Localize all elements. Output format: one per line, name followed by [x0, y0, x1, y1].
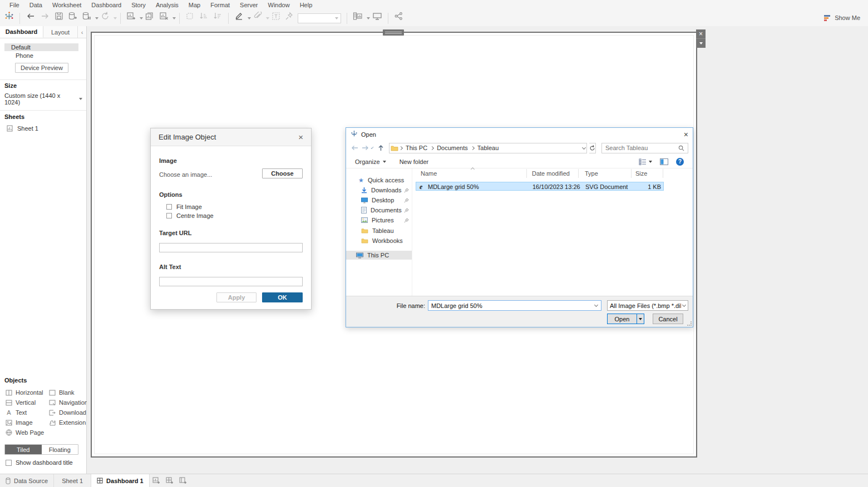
- clear-sheet-caret[interactable]: [172, 17, 176, 19]
- breadcrumb-chevron[interactable]: [471, 146, 475, 150]
- menu-analysis[interactable]: Analysis: [151, 2, 184, 8]
- sheet1-tab[interactable]: Sheet 1: [54, 474, 91, 487]
- column-type[interactable]: Type: [585, 170, 598, 177]
- tab-layout[interactable]: Layout: [43, 26, 78, 38]
- new-data-source-button[interactable]: [66, 12, 79, 25]
- object-navigation[interactable]: Navigation: [49, 399, 88, 406]
- organize-button[interactable]: Organize: [355, 158, 386, 165]
- run-update-caret[interactable]: [114, 17, 117, 19]
- nav-pictures[interactable]: Pictures: [346, 216, 412, 225]
- new-worksheet-caret[interactable]: [140, 17, 143, 19]
- new-worksheet-button[interactable]: [125, 12, 137, 25]
- nav-this-pc[interactable]: This PC: [346, 251, 412, 260]
- menu-format[interactable]: Format: [205, 2, 235, 8]
- device-preview-button[interactable]: Device Preview: [15, 63, 68, 73]
- up-icon[interactable]: [377, 145, 384, 152]
- menu-data[interactable]: Data: [24, 2, 47, 8]
- open-button[interactable]: Open: [607, 314, 637, 324]
- change-view-button[interactable]: [639, 158, 652, 165]
- menu-file[interactable]: File: [4, 2, 24, 8]
- show-mark-labels-button[interactable]: [270, 12, 282, 25]
- tab-dashboard[interactable]: Dashboard: [0, 26, 43, 38]
- sort-descending-button[interactable]: [211, 12, 224, 25]
- new-folder-button[interactable]: New folder: [400, 158, 429, 165]
- show-me-button[interactable]: Show Me: [824, 12, 860, 23]
- file-row-selected[interactable]: e MDLarge grid 50% 16/10/2023 13:26 SVG …: [416, 182, 664, 191]
- alt-text-input[interactable]: [159, 277, 303, 286]
- new-dashboard-tab-button[interactable]: [163, 474, 176, 487]
- nav-desktop[interactable]: Desktop: [346, 196, 412, 205]
- presentation-mode-button[interactable]: [371, 12, 384, 25]
- address-dropdown-caret[interactable]: [582, 145, 586, 149]
- menu-server[interactable]: Server: [235, 2, 263, 8]
- preview-pane-icon[interactable]: [660, 158, 668, 165]
- menu-help[interactable]: Help: [295, 2, 318, 8]
- breadcrumb-tableau[interactable]: Tableau: [475, 145, 501, 151]
- fit-image-checkbox[interactable]: [166, 204, 172, 210]
- object-drag-handle[interactable]: [383, 29, 404, 36]
- address-breadcrumb[interactable]: This PC Documents Tableau: [389, 143, 587, 153]
- pause-auto-updates-button[interactable]: [80, 12, 93, 25]
- centre-image-checkbox[interactable]: [166, 213, 172, 218]
- file-type-dropdown[interactable]: All Image Files (*.bmp *.dib *.e: [607, 300, 688, 311]
- breadcrumb-documents[interactable]: Documents: [435, 145, 470, 151]
- show-cards-button[interactable]: [351, 12, 364, 25]
- menu-map[interactable]: Map: [184, 2, 205, 8]
- nav-documents[interactable]: Documents: [346, 206, 412, 215]
- object-text[interactable]: A Text: [6, 409, 27, 416]
- size-dropdown[interactable]: Custom size (1440 x 1024): [4, 92, 82, 106]
- pause-auto-updates-caret[interactable]: [95, 17, 98, 19]
- close-icon[interactable]: ×: [684, 130, 688, 139]
- object-extension[interactable]: Extension: [49, 419, 86, 426]
- menu-worksheet[interactable]: Worksheet: [47, 2, 86, 8]
- floating-button[interactable]: Floating: [42, 445, 78, 454]
- device-phone-item[interactable]: Phone: [4, 52, 78, 59]
- new-worksheet-tab-button[interactable]: [150, 474, 163, 487]
- duplicate-sheet-button[interactable]: [144, 12, 156, 25]
- nav-tableau-folder[interactable]: Tableau: [346, 226, 412, 235]
- breadcrumb-this-pc[interactable]: This PC: [403, 145, 430, 151]
- dashboard1-tab[interactable]: Dashboard 1: [91, 474, 150, 487]
- device-default-item[interactable]: Default: [4, 43, 78, 51]
- file-name-input[interactable]: [428, 302, 595, 309]
- column-date-modified[interactable]: Date modified: [532, 170, 570, 177]
- nav-downloads[interactable]: Downloads: [346, 186, 412, 195]
- highlight-button[interactable]: [233, 12, 245, 25]
- object-image[interactable]: Image: [6, 419, 33, 426]
- forward-icon[interactable]: [361, 145, 369, 151]
- column-size[interactable]: Size: [635, 170, 647, 177]
- clear-sheet-button[interactable]: [157, 12, 170, 25]
- object-blank[interactable]: Blank: [49, 389, 75, 396]
- data-source-tab[interactable]: Data Source: [0, 474, 54, 487]
- open-split-caret[interactable]: [637, 314, 644, 324]
- resize-grip[interactable]: [687, 321, 692, 326]
- choose-button[interactable]: Choose: [262, 168, 303, 178]
- object-vertical[interactable]: Vertical: [6, 399, 36, 406]
- object-remove-button[interactable]: ×: [696, 29, 706, 39]
- ok-button[interactable]: OK: [262, 292, 303, 302]
- file-name-combobox[interactable]: [428, 300, 601, 311]
- file-name-caret[interactable]: [594, 303, 598, 307]
- tiled-button[interactable]: Tiled: [5, 445, 42, 454]
- back-icon[interactable]: [351, 145, 359, 151]
- menu-window[interactable]: Window: [263, 2, 295, 8]
- highlight-caret[interactable]: [248, 17, 251, 19]
- undo-button[interactable]: [24, 12, 37, 25]
- sidebar-collapse-button[interactable]: ‹: [78, 26, 86, 38]
- object-horizontal[interactable]: Horizontal: [6, 389, 43, 396]
- run-update-button[interactable]: [99, 12, 111, 25]
- object-web-page[interactable]: Web Page: [6, 429, 44, 436]
- swap-rows-columns-button[interactable]: [184, 12, 196, 25]
- search-box[interactable]: [601, 143, 688, 153]
- apply-button[interactable]: Apply: [216, 292, 257, 302]
- search-input[interactable]: [605, 145, 676, 151]
- target-url-input[interactable]: [159, 243, 303, 252]
- nav-quick-access[interactable]: ★ Quick access: [346, 176, 412, 185]
- redo-button[interactable]: [38, 12, 52, 25]
- fix-axes-button[interactable]: [283, 12, 295, 25]
- menu-story[interactable]: Story: [126, 2, 151, 8]
- menu-dashboard[interactable]: Dashboard: [86, 2, 126, 8]
- save-button[interactable]: [53, 12, 65, 25]
- refresh-icon[interactable]: [589, 143, 596, 153]
- column-name[interactable]: Name: [421, 170, 437, 177]
